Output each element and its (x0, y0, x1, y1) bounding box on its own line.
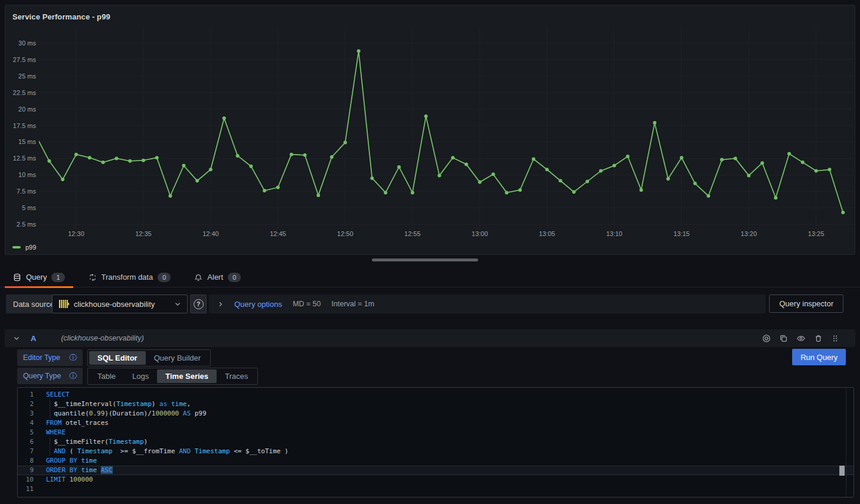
code-line: 7 AND ( Timestamp >= $__fromTime AND Tim… (18, 447, 854, 456)
transform-icon (89, 273, 97, 282)
svg-text:30 ms: 30 ms (18, 40, 36, 47)
tab-query[interactable]: Query 1 (5, 267, 73, 287)
indent-guide (50, 400, 50, 418)
code-line: 11 (18, 485, 854, 494)
svg-text:13:15: 13:15 (673, 230, 690, 237)
code-line: 5WHERE (18, 428, 854, 437)
svg-text:12:35: 12:35 (135, 230, 152, 237)
bell-icon (194, 273, 202, 282)
tab-transform-data[interactable]: Transform data 0 (80, 267, 179, 287)
tab-alert[interactable]: Alert 0 (186, 267, 249, 287)
code-line: 10LIMIT 100000 (18, 475, 854, 485)
tab-label: Transform data (102, 273, 153, 282)
database-icon (13, 273, 21, 282)
query-options-md: MD = 50 (293, 300, 321, 308)
svg-text:13:10: 13:10 (606, 230, 623, 237)
code-line: 8GROUP BY time (18, 456, 854, 466)
delete-query-trash-icon[interactable] (813, 333, 823, 343)
svg-text:5 ms: 5 ms (22, 204, 36, 211)
query-type-time-series[interactable]: Time Series (157, 369, 217, 383)
svg-text:12:45: 12:45 (270, 230, 286, 237)
query-row-actions (761, 333, 840, 343)
query-ref-id[interactable]: A (31, 334, 36, 343)
query-type-logs[interactable]: Logs (124, 369, 157, 383)
code-line: 6 $__timeFilter(Timestamp) (18, 437, 854, 447)
svg-text:22.5 ms: 22.5 ms (13, 89, 37, 96)
help-icon: ? (194, 299, 204, 309)
svg-text:25 ms: 25 ms (18, 73, 36, 80)
timeseries-chart: 2.5 ms5 ms7.5 ms10 ms12.5 ms15 ms17.5 ms… (5, 5, 856, 256)
editor-type-label: Editor Type ⓘ (17, 349, 83, 366)
svg-text:10 ms: 10 ms (18, 171, 36, 178)
svg-text:12:40: 12:40 (202, 230, 219, 237)
query-options-interval: Interval = 1m (332, 300, 375, 308)
tab-query-badge: 1 (51, 273, 64, 282)
svg-text:27.5 ms: 27.5 ms (13, 56, 37, 63)
clickhouse-logo-icon (58, 299, 69, 309)
legend-series-label: p99 (25, 244, 36, 251)
legend-series-swatch (12, 246, 21, 248)
sql-code-editor[interactable]: 1SELECT2 $__timeInterval(Timestamp) as t… (17, 387, 854, 498)
collapse-chevron-icon[interactable] (13, 335, 20, 342)
datasource-picker[interactable]: clickhouse-observability (52, 294, 188, 313)
svg-text:15 ms: 15 ms (18, 138, 36, 145)
horizontal-scrollbar[interactable] (372, 258, 478, 261)
svg-text:12:30: 12:30 (68, 230, 84, 237)
editor-selection-marker (839, 466, 845, 476)
editor-type-query-builder[interactable]: Query Builder (146, 351, 209, 365)
query-inspector-button[interactable]: Query inspector (769, 294, 843, 313)
disable-query-icon[interactable] (761, 333, 771, 343)
duplicate-query-icon[interactable] (779, 333, 789, 343)
chevron-down-icon (174, 300, 181, 307)
datasource-value: clickhouse-observability (74, 300, 169, 309)
code-line: 3 quantile(0.99)(Duration)/1000000 AS p9… (18, 409, 854, 418)
grid: 2.5 ms5 ms7.5 ms10 ms12.5 ms15 ms17.5 ms… (13, 27, 854, 237)
query-options-bar: Query options MD = 50 Interval = 1m (209, 294, 766, 313)
info-icon[interactable]: ⓘ (70, 354, 77, 362)
svg-text:12.5 ms: 12.5 ms (13, 155, 37, 162)
tab-label: Alert (207, 273, 223, 282)
svg-text:13:00: 13:00 (472, 230, 488, 237)
query-datasource-subtitle: (clickhouse-observability) (61, 334, 143, 342)
drag-handle-icon[interactable] (830, 333, 840, 343)
svg-text:13:25: 13:25 (808, 230, 825, 237)
svg-text:7.5 ms: 7.5 ms (17, 188, 37, 195)
chevron-right-icon[interactable] (217, 301, 224, 307)
indent-guide (50, 437, 50, 456)
query-type-selector: Table Logs Time Series Traces (87, 368, 258, 385)
editor-type-selector: SQL Editor Query Builder (87, 349, 211, 366)
tab-label: Query (26, 273, 47, 282)
tab-transform-badge: 0 (158, 273, 171, 282)
editor-type-sql-editor[interactable]: SQL Editor (89, 351, 146, 365)
panel-service-performance: Service Performance - p99 2.5 ms5 ms7.5 … (5, 5, 855, 255)
query-row-header[interactable]: A (clickhouse-observability) (5, 329, 855, 347)
code-lines: 1SELECT2 $__timeInterval(Timestamp) as t… (18, 390, 854, 494)
editor-tabs: Query 1 Transform data 0 Alert 0 (0, 267, 860, 287)
series-p99 (34, 49, 845, 214)
run-query-button[interactable]: Run Query (792, 349, 846, 365)
svg-text:20 ms: 20 ms (18, 106, 36, 113)
svg-text:12:50: 12:50 (337, 230, 354, 237)
code-line: 2 $__timeInterval(Timestamp) as time, (18, 400, 854, 409)
chart-legend[interactable]: p99 (12, 244, 36, 251)
svg-text:2.5 ms: 2.5 ms (17, 221, 37, 228)
query-options-link[interactable]: Query options (234, 300, 282, 309)
svg-text:13:20: 13:20 (741, 230, 757, 237)
svg-text:13:05: 13:05 (539, 230, 555, 237)
query-type-label: Query Type ⓘ (17, 368, 83, 384)
code-line: 1SELECT (18, 390, 854, 400)
tab-alert-badge: 0 (228, 273, 241, 282)
query-type-traces[interactable]: Traces (217, 369, 256, 383)
code-line: 9ORDER BY time ASC (18, 466, 854, 475)
datasource-help-button[interactable]: ? (190, 294, 207, 313)
hide-response-eye-icon[interactable] (796, 333, 806, 343)
editor-scrollbar-track[interactable] (846, 388, 846, 497)
svg-text:17.5 ms: 17.5 ms (13, 122, 37, 129)
svg-text:12:55: 12:55 (404, 230, 421, 237)
code-line: 4FROM otel_traces (18, 418, 854, 428)
info-icon[interactable]: ⓘ (70, 372, 77, 380)
query-type-table[interactable]: Table (89, 369, 124, 383)
